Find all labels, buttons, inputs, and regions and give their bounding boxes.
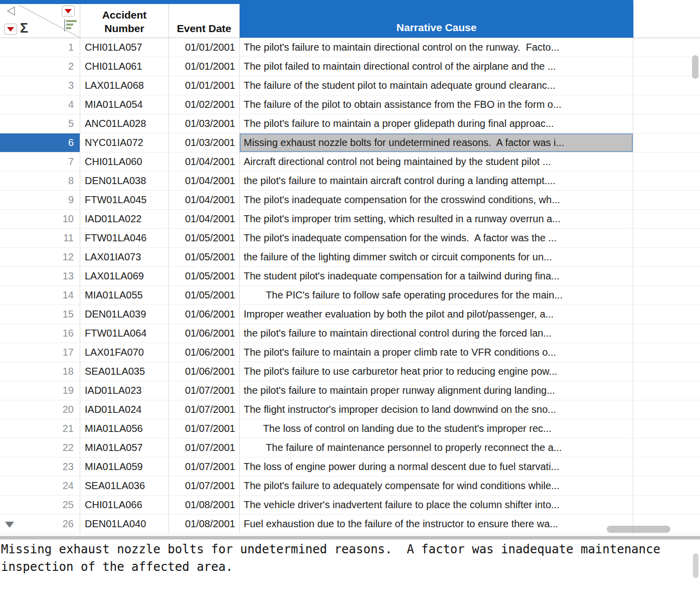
narrative-cause-cell[interactable]: The failure of maintenance personnel to … [240, 438, 633, 457]
detail-panel-vertical-scrollbar-thumb[interactable] [693, 553, 698, 578]
narrative-cause-cell[interactable]: the pilot's failure to maintain directio… [240, 324, 633, 343]
empty-cell[interactable] [633, 267, 700, 286]
accident-number-cell[interactable]: SEA01LA035 [80, 362, 169, 381]
narrative-cause-cell[interactable]: The PIC's failure to follow safe operati… [240, 286, 633, 305]
empty-cell[interactable] [633, 438, 700, 457]
narrative-cause-cell[interactable]: the failure of the lighting dimmer switc… [240, 248, 633, 267]
empty-cell[interactable] [633, 76, 700, 95]
event-date-cell[interactable]: 01/07/2001 [169, 477, 240, 496]
accident-number-cell[interactable]: MIA01LA059 [80, 457, 169, 477]
columns-red-triangle-menu[interactable] [62, 6, 75, 17]
row-number-cell[interactable]: 25 [0, 496, 80, 515]
empty-cell[interactable] [633, 248, 700, 267]
narrative-cause-cell[interactable]: the pilot's failure to maintain proper r… [240, 381, 633, 400]
event-date-cell[interactable]: 01/04/2001 [169, 210, 240, 229]
empty-cell[interactable] [633, 152, 700, 172]
row-number-cell[interactable]: 19 [0, 381, 80, 400]
table-row[interactable]: 6NYC01IA07201/03/2001Missing exhaust noz… [0, 133, 700, 152]
empty-cell[interactable] [633, 477, 700, 496]
columns-panel-icon[interactable] [63, 18, 77, 33]
empty-cell[interactable] [633, 343, 700, 362]
accident-number-cell[interactable]: MIA01LA054 [80, 95, 169, 114]
row-number-cell[interactable]: 23 [0, 457, 80, 477]
event-date-cell[interactable]: 01/01/2001 [169, 57, 240, 76]
row-number-cell[interactable]: 4 [0, 95, 80, 114]
narrative-cause-cell[interactable]: The pilot's inadequate compensation for … [240, 191, 633, 210]
narrative-cause-cell[interactable]: The pilot's failure to use carburetor he… [240, 362, 633, 381]
narrative-cause-cell[interactable]: the pilot's failure to maintain aircraft… [240, 172, 633, 191]
narrative-cause-cell[interactable]: The failure of the student pilot to main… [240, 76, 633, 95]
accident-number-cell[interactable]: MIA01LA055 [80, 286, 169, 305]
event-date-cell[interactable]: 01/06/2001 [169, 343, 240, 362]
accident-number-cell[interactable]: LAX01LA069 [80, 267, 169, 286]
accident-number-cell[interactable]: IAD01LA022 [80, 210, 169, 229]
table-row[interactable]: 18SEA01LA03501/06/2001The pilot's failur… [0, 362, 700, 381]
empty-cell[interactable] [633, 38, 700, 57]
accident-number-cell[interactable]: LAX01IA073 [80, 248, 169, 267]
accident-number-cell[interactable]: DEN01LA038 [80, 172, 169, 191]
narrative-cause-cell[interactable]: The loss of engine power during a normal… [240, 457, 633, 477]
accident-number-cell[interactable]: FTW01LA064 [80, 324, 169, 343]
table-row[interactable]: 2CHI01LA06101/01/2001The pilot failed to… [0, 57, 700, 76]
column-header-empty[interactable] [633, 4, 700, 38]
table-row[interactable]: 7CHI01LA06001/04/2001Aircraft directiona… [0, 152, 700, 172]
accident-number-cell[interactable]: CHI01LA060 [80, 152, 169, 172]
event-date-cell[interactable]: 01/08/2001 [169, 496, 240, 515]
row-number-cell[interactable]: 20 [0, 400, 80, 419]
table-row[interactable]: 25CHI01LA06601/08/2001The vehicle driver… [0, 496, 700, 515]
table-row[interactable]: 21MIA01LA05601/07/2001 The loss of contr… [0, 419, 700, 438]
accident-number-cell[interactable]: SEA01LA036 [80, 477, 169, 496]
event-date-cell[interactable]: 01/08/2001 [169, 515, 240, 534]
narrative-cause-cell[interactable]: The failure of the pilot to obtain assis… [240, 95, 633, 114]
row-number-cell[interactable]: 12 [0, 248, 80, 267]
collapse-icon[interactable] [6, 6, 16, 16]
rows-red-triangle-menu[interactable] [4, 24, 17, 35]
empty-cell[interactable] [633, 381, 700, 400]
row-number-cell[interactable]: 13 [0, 267, 80, 286]
event-date-cell[interactable]: 01/07/2001 [169, 400, 240, 419]
accident-number-cell[interactable]: LAX01FA070 [80, 343, 169, 362]
event-date-cell[interactable]: 01/04/2001 [169, 152, 240, 172]
event-date-cell[interactable]: 01/05/2001 [169, 286, 240, 305]
narrative-cause-cell[interactable]: Aircraft directional control not being m… [240, 152, 633, 172]
panel-splitter[interactable] [0, 536, 700, 540]
event-date-cell[interactable]: 01/07/2001 [169, 419, 240, 438]
row-number-cell[interactable]: 8 [0, 172, 80, 191]
table-row[interactable]: 3LAX01LA06801/01/2001The failure of the … [0, 76, 700, 95]
table-row[interactable]: 11FTW01LA04601/05/2001The pilot's inadeq… [0, 229, 700, 248]
row-number-cell[interactable]: 14 [0, 286, 80, 305]
sigma-icon[interactable]: Σ [20, 21, 28, 36]
row-number-cell[interactable]: 24 [0, 477, 80, 496]
event-date-cell[interactable]: 01/04/2001 [169, 191, 240, 210]
row-number-cell[interactable]: 18 [0, 362, 80, 381]
event-date-cell[interactable]: 01/01/2001 [169, 38, 240, 57]
narrative-cause-cell[interactable]: The student pilot's inadequate compensat… [240, 267, 633, 286]
narrative-cause-cell[interactable]: Improper weather evaluation by both the … [240, 305, 633, 324]
event-date-cell[interactable]: 01/05/2001 [169, 248, 240, 267]
event-date-cell[interactable]: 01/05/2001 [169, 267, 240, 286]
column-header-accident-number[interactable]: AccidentNumber [80, 4, 169, 38]
event-date-cell[interactable]: 01/04/2001 [169, 172, 240, 191]
row-number-cell[interactable]: 3 [0, 76, 80, 95]
accident-number-cell[interactable]: CHI01LA066 [80, 496, 169, 515]
table-row[interactable]: 9FTW01LA04501/04/2001The pilot's inadequ… [0, 191, 700, 210]
narrative-cause-cell[interactable]: The flight instructor's improper decisio… [240, 400, 633, 419]
empty-cell[interactable] [633, 229, 700, 248]
narrative-cause-cell[interactable]: The pilot's failure to maintain a proper… [240, 114, 633, 133]
narrative-cause-cell[interactable]: The vehicle driver's inadvertent failure… [240, 496, 633, 515]
event-date-cell[interactable]: 01/07/2001 [169, 438, 240, 457]
table-row[interactable]: 16FTW01LA06401/06/2001the pilot's failur… [0, 324, 700, 343]
row-number-cell[interactable]: 26 [0, 515, 80, 534]
event-date-cell[interactable]: 01/06/2001 [169, 324, 240, 343]
empty-cell[interactable] [633, 210, 700, 229]
table-row[interactable]: 17LAX01FA07001/06/2001The pilot's failur… [0, 343, 700, 362]
accident-number-cell[interactable]: ANC01LA028 [80, 114, 169, 133]
empty-cell[interactable] [633, 419, 700, 438]
table-row[interactable]: 14MIA01LA05501/05/2001 The PIC's failure… [0, 286, 700, 305]
empty-cell[interactable] [633, 114, 700, 133]
narrative-cause-cell[interactable]: The pilot's improper trim setting, which… [240, 210, 633, 229]
empty-cell[interactable] [633, 172, 700, 191]
accident-number-cell[interactable]: IAD01LA023 [80, 381, 169, 400]
accident-number-cell[interactable]: CHI01LA061 [80, 57, 169, 76]
table-row[interactable]: 26DEN01LA04001/08/2001Fuel exhaustion du… [0, 515, 700, 534]
